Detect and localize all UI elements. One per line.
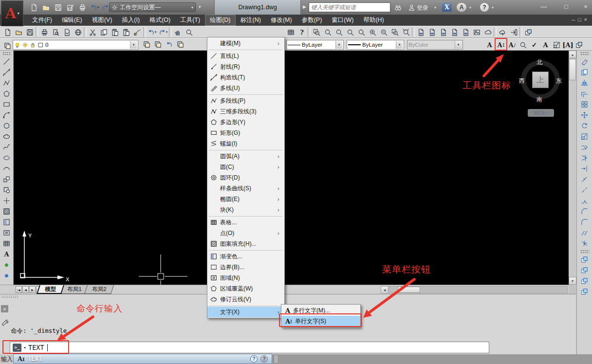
layer-states-icon[interactable] [175,39,185,50]
zoom-window-icon[interactable] [311,27,322,37]
make-object-layer-current-icon[interactable] [141,39,152,50]
text-style-icon[interactable]: A [541,39,551,50]
viewcube-south-label[interactable]: 南 [536,95,542,104]
sep[interactable] [519,27,522,37]
table-icon[interactable] [1,238,12,249]
zoom-out-icon[interactable] [378,27,389,37]
break-at-point-icon[interactable] [579,174,590,184]
fillet-icon[interactable] [579,217,590,227]
menu-bar-item[interactable]: 视图(V) [87,15,117,26]
draw-menu-item[interactable]: 文字(X) › [207,307,284,317]
plot-preview-icon[interactable] [50,27,61,37]
horizontal-scroll-thumb[interactable] [398,287,420,293]
construction-line-icon[interactable] [1,67,12,77]
draw-menu-item[interactable]: 多边形(Y) [207,117,284,127]
command-input-row[interactable]: >_ ▾ TEXT [10,342,489,353]
toolbar-grip[interactable] [580,52,589,55]
undo-icon[interactable]: ▾ [89,2,100,13]
web-publish-icon[interactable] [73,27,83,37]
green-dot-icon[interactable]: ● [1,259,12,270]
login-dropdown-icon[interactable]: ▾ [434,5,436,10]
multiline-text-icon[interactable]: A [485,39,495,50]
lineweight-dropdown[interactable]: ByLayer ▾ [347,40,404,50]
pan-icon[interactable] [172,27,183,37]
array-icon[interactable] [579,99,590,109]
layer-properties-icon[interactable] [2,40,13,51]
zoom-realtime-icon[interactable] [184,27,194,37]
erase-icon[interactable] [579,56,590,67]
draw-menu-item[interactable]: 渐变色... [207,251,284,262]
sep[interactable] [412,27,415,37]
menu-bar-item[interactable]: 工具(T) [175,15,205,26]
copy-object-icon[interactable] [579,67,590,77]
quickcalc-icon[interactable] [285,27,296,37]
rectangle-icon[interactable] [1,99,12,109]
search-button[interactable] [392,2,403,12]
internet-help-icon[interactable]: ? [260,355,268,363]
viewcube-west-label[interactable]: 西 [519,77,525,85]
sep[interactable] [169,27,172,37]
help-icon[interactable]: ? [296,27,307,37]
export-dwg-icon[interactable] [426,27,437,37]
menu-bar-item[interactable]: 编辑(E) [57,15,87,26]
line-icon[interactable] [1,56,12,67]
open-file-icon[interactable] [40,2,51,13]
qat-menu-button[interactable]: ▾ [199,4,201,9]
layout-tab[interactable]: 模型 [37,285,64,294]
sep[interactable] [494,27,497,37]
autodesk360-icon[interactable]: A [457,3,466,12]
lineweight-dropdown-arrow-icon[interactable]: ▾ [396,41,403,49]
menu-bar-item[interactable]: 绘图(D) [205,15,235,26]
draw-menu-item[interactable]: 三维多段线(3) [207,106,284,117]
draw-menu-item[interactable]: 多段线(P) [207,95,284,106]
draw-menu-item[interactable]: 块(K) › [207,204,284,215]
scroll-up-button[interactable]: ▲ [569,51,576,58]
draw-menu-item[interactable]: 直线(L) [207,51,284,61]
draw-menu-item[interactable]: 表格... [207,217,284,228]
viewcube-top-face[interactable]: 上 [532,72,549,88]
zoom-center-icon[interactable] [356,27,367,37]
command-window-close-icon[interactable]: × [1,305,8,312]
layer-dropdown-arrow-icon[interactable]: ▾ [130,41,137,49]
tab-nav-button[interactable]: ▶ [29,286,36,293]
command-window-wrench-icon[interactable] [1,319,8,328]
render-cloud-icon[interactable] [482,27,493,37]
document-tab[interactable]: Drawing1.dwg [214,0,301,15]
vertical-scrollbar[interactable]: ▲ ▼ [569,51,576,285]
etransmit-icon[interactable] [415,27,426,37]
ellipse-arc-icon[interactable] [1,163,12,174]
zoom-previous-icon[interactable] [333,27,344,37]
blue-dot-icon[interactable]: ● [1,270,12,281]
layer-dropdown[interactable]: 0 ▾ [13,40,138,50]
zoom-extents-icon[interactable] [401,27,411,37]
polygon-icon[interactable] [1,88,12,99]
chamfer-icon[interactable] [579,206,590,217]
menu-bar-item[interactable]: 帮助(H) [358,15,388,26]
close-button[interactable]: × [579,3,592,10]
export-pdf-icon[interactable] [460,27,471,37]
region-icon[interactable] [1,227,12,238]
doc-minimize-button[interactable]: – [572,17,578,22]
doc-restore-button[interactable]: □ [578,17,584,22]
help-dropdown-icon[interactable]: ▾ [492,5,494,10]
blend-curves-icon[interactable] [579,227,590,238]
draw-menu-item[interactable]: 图案填充(H)... [207,238,284,249]
save-icon[interactable] [24,27,35,37]
extend-icon[interactable] [579,163,590,174]
draw-menu-item[interactable]: 区域覆盖(W) [207,283,284,294]
convert-text-icon[interactable] [574,39,584,50]
infocenter-collapse-icon[interactable]: ▶ [303,4,306,9]
toolbar-grip[interactable] [2,52,11,55]
point-icon[interactable] [1,195,12,206]
draw-menu-item[interactable]: 构造线(T) [207,72,284,83]
layout-tab[interactable]: 布局2 [84,285,114,294]
zoom-dynamic-icon[interactable] [322,27,333,37]
export-dgn-icon[interactable] [449,27,460,37]
draw-menu-item[interactable]: 射线(R) [207,61,284,72]
draw-menu-item[interactable]: 圆弧(A) › [207,151,284,162]
revision-cloud-icon[interactable] [1,131,12,142]
edit-text-icon[interactable]: A ∕ [507,39,517,50]
linetype-dropdown[interactable]: ByLayer ▾ [286,40,344,50]
menu-bar-item[interactable]: 参数(P) [297,15,327,26]
minimize-button[interactable]: — [537,3,550,10]
